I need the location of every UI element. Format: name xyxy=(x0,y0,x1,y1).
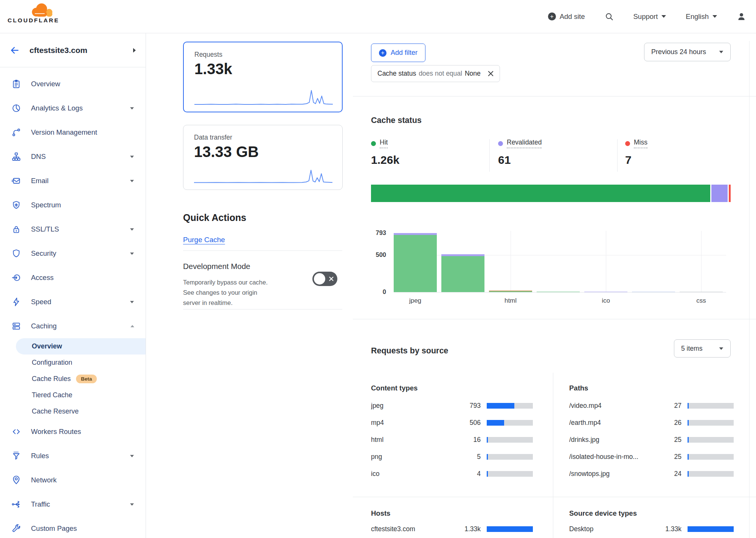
chevron-down-icon xyxy=(130,155,134,158)
divider xyxy=(617,139,618,172)
chevron-right-icon[interactable] xyxy=(133,48,136,53)
row-bar-track xyxy=(688,454,734,460)
chart-bar-unlabeled-5 xyxy=(632,292,675,292)
row-value: 1.33k xyxy=(654,525,681,533)
cloudflare-logo[interactable]: CLOUDFLARE xyxy=(8,2,79,24)
row-bar-track xyxy=(487,526,533,532)
bar-segment xyxy=(632,292,675,292)
data-transfer-value: 13.33 GB xyxy=(194,143,259,160)
development-mode-toggle[interactable] xyxy=(312,272,337,286)
plus-circle-icon: + xyxy=(379,49,387,57)
stacked-segment-hit xyxy=(371,185,710,202)
list-item: Desktop1.33k xyxy=(569,521,734,538)
sidebar-subitem-label: Tiered Cache xyxy=(32,391,72,399)
sidebar-item-email[interactable]: Email xyxy=(0,169,146,193)
chevron-down-icon xyxy=(130,107,134,109)
chevron-down-icon xyxy=(719,51,723,53)
sidebar-item-label: Overview xyxy=(31,80,60,88)
add-site-button[interactable]: + Add site xyxy=(548,12,585,21)
row-bar-fill xyxy=(487,403,514,409)
add-filter-button[interactable]: + Add filter xyxy=(371,44,425,62)
sidebar-item-dns[interactable]: DNS xyxy=(0,145,146,169)
row-label: jpeg xyxy=(371,402,443,410)
requests-by-source-title: Requests by source xyxy=(371,346,448,356)
row-value: 26 xyxy=(654,419,681,427)
requests-metric-card[interactable]: Requests 1.33k xyxy=(183,42,343,112)
sidebar-item-security[interactable]: Security xyxy=(0,241,146,266)
tools-column: Requests 1.33k Data transfer 13.33 GB Qu… xyxy=(146,33,353,538)
purge-cache-link[interactable]: Purge Cache xyxy=(183,236,225,244)
stat-revalidated-legend[interactable]: Revalidated xyxy=(498,138,612,148)
miss-dot-icon xyxy=(625,141,630,146)
site-selector[interactable]: cftestsite3.com xyxy=(0,33,146,67)
chart-bar-ico xyxy=(584,292,627,292)
sidebar-subitem-tiered-cache[interactable]: Tiered Cache xyxy=(0,387,146,403)
stat-hit: Hit1.26k xyxy=(371,138,484,166)
sidebar-item-network[interactable]: Network xyxy=(0,468,146,492)
chevron-down-icon xyxy=(713,15,717,18)
access-icon xyxy=(11,273,21,283)
sidebar-item-caching[interactable]: Caching xyxy=(0,314,146,338)
list-item: jpeg793 xyxy=(371,397,533,414)
sidebar-item-access[interactable]: Access xyxy=(0,266,146,290)
requests-sparkline-chart xyxy=(194,88,333,106)
row-label: cftestsite3.com xyxy=(371,525,443,533)
sidebar-item-label: Workers Routes xyxy=(31,428,81,436)
ssl-icon xyxy=(11,224,21,234)
hosts-heading: Hosts xyxy=(371,509,390,518)
stacked-segment-revalidated xyxy=(711,185,728,202)
support-menu[interactable]: Support xyxy=(633,12,666,21)
row-label: /isolated-house-in-mo... xyxy=(569,453,654,461)
site-name: cftestsite3.com xyxy=(29,46,87,55)
filter-value: None xyxy=(465,70,481,78)
hit-dot-icon xyxy=(371,141,376,146)
content-types-heading: Content types xyxy=(371,384,418,392)
row-bar-track xyxy=(688,437,734,443)
data-transfer-label: Data transfer xyxy=(194,134,232,141)
list-item: /video.mp427 xyxy=(569,397,734,414)
items-count-select[interactable]: 5 items xyxy=(674,339,731,358)
chart-bar-jpeg xyxy=(394,233,437,292)
main-panel: + Add filter Cache status does not equal… xyxy=(353,33,756,538)
back-arrow-icon[interactable] xyxy=(10,45,20,55)
remove-filter-button[interactable] xyxy=(488,71,494,76)
sidebar-subitem-configuration[interactable]: Configuration xyxy=(0,355,146,371)
gridline xyxy=(606,231,606,292)
sidebar-subitem-cache-rules[interactable]: Cache RulesBeta xyxy=(0,371,146,387)
stat-label: Miss xyxy=(634,138,647,148)
sidebar-item-spectrum[interactable]: Spectrum xyxy=(0,193,146,217)
stat-hit-legend[interactable]: Hit xyxy=(371,138,484,148)
analytics-icon xyxy=(11,103,21,113)
search-button[interactable] xyxy=(605,12,614,21)
row-label: html xyxy=(371,436,443,444)
quick-actions-title: Quick Actions xyxy=(183,212,246,223)
language-menu[interactable]: English xyxy=(686,12,717,21)
row-value: 1.33k xyxy=(443,525,481,533)
chevron-down-icon xyxy=(130,228,134,230)
row-bar-track xyxy=(688,420,734,426)
sidebar-item-ssl-tls[interactable]: SSL/TLS xyxy=(0,217,146,241)
row-label: png xyxy=(371,453,443,461)
bar-segment xyxy=(584,292,627,292)
time-range-select[interactable]: Previous 24 hours xyxy=(644,43,731,61)
sidebar-item-traffic[interactable]: Traffic xyxy=(0,492,146,516)
sidebar-item-rules[interactable]: Rules xyxy=(0,444,146,468)
stat-miss-legend[interactable]: Miss xyxy=(625,138,739,148)
sidebar-item-workers-routes[interactable]: Workers Routes xyxy=(0,420,146,444)
sidebar-item-overview[interactable]: Overview xyxy=(0,72,146,96)
header-actions: + Add site Support English xyxy=(548,0,746,33)
account-menu[interactable] xyxy=(737,12,746,21)
row-value: 25 xyxy=(654,453,681,461)
chevron-down-icon xyxy=(130,455,134,457)
row-label: Desktop xyxy=(569,525,654,533)
sidebar-item-version-management[interactable]: Version Management xyxy=(0,120,146,145)
sidebar-item-analytics-logs[interactable]: Analytics & Logs xyxy=(0,96,146,120)
sidebar-subitem-overview[interactable]: Overview xyxy=(16,338,146,355)
sidebar-item-custom-pages[interactable]: Custom Pages xyxy=(0,516,146,538)
data-transfer-metric-card[interactable]: Data transfer 13.33 GB xyxy=(183,125,343,190)
sidebar-item-speed[interactable]: Speed xyxy=(0,290,146,314)
sidebar-subitem-cache-reserve[interactable]: Cache Reserve xyxy=(0,403,146,420)
hosts-list: cftestsite3.com1.33k xyxy=(371,521,533,538)
items-count-value: 5 items xyxy=(681,345,702,353)
sidebar-item-label: Traffic xyxy=(31,500,50,508)
